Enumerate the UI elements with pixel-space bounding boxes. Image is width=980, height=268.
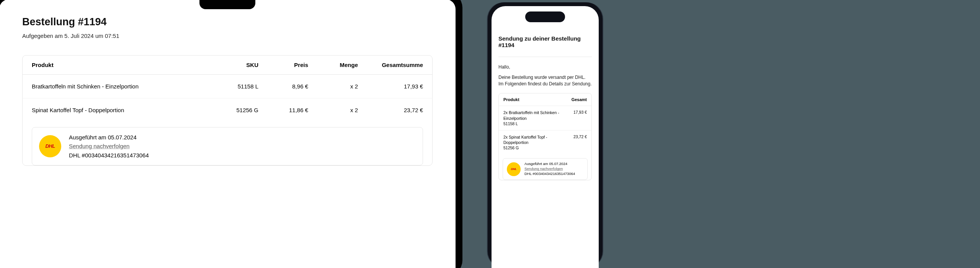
cell-menge: x 2: [308, 83, 358, 90]
phone-notch: [525, 11, 565, 22]
phone-col-gesamt: Gesamt: [572, 97, 587, 102]
phone-device-frame: Sendung zu deiner Bestellung #1194 Hallo…: [488, 2, 603, 268]
phone-line1: 2x Bratkartoffeln mit Schinken -: [503, 110, 559, 115]
shipment-box: DHL Ausgeführt am 05.07.2024 Sendung nac…: [32, 127, 423, 165]
phone-cell-total: 17,93 €: [573, 110, 587, 126]
shipment-number: DHL #00340434216351473064: [69, 151, 149, 160]
cell-gesamt: 23,72 €: [358, 107, 423, 113]
shipment-executed: Ausgeführt am 05.07.2024: [524, 162, 575, 167]
phone-email-title: Sendung zu deiner Bestellung #1194: [498, 35, 592, 48]
col-header-sku: SKU: [209, 62, 258, 68]
phone-shipment-details: Ausgeführt am 05.07.2024 Sendung nachver…: [524, 162, 575, 176]
phone-cell-total: 23,72 €: [573, 134, 587, 151]
shipment-number: DHL #00340434216351473064: [524, 172, 575, 176]
phone-line1: 2x Spinat Kartoffel Topf - Doppelportion: [503, 134, 570, 145]
table-row: Spinat Kartoffel Topf - Doppelportion 51…: [23, 98, 432, 122]
shipment-details: Ausgeführt am 05.07.2024 Sendung nachver…: [69, 133, 149, 160]
col-header-produkt: Produkt: [32, 62, 209, 68]
phone-body-text: Deine Bestellung wurde versandt per DHL.…: [498, 74, 592, 87]
cell-sku: 51158 L: [209, 83, 258, 90]
cell-sku: 51256 G: [209, 107, 258, 113]
cell-preis: 11,86 €: [258, 107, 308, 113]
track-shipment-link[interactable]: Sendung nachverfolgen: [524, 167, 563, 171]
track-shipment-link[interactable]: Sendung nachverfolgen: [69, 143, 129, 149]
dhl-logo-text: DHL: [45, 143, 55, 149]
phone-cell-produkt: 2x Spinat Kartoffel Topf - Doppelportion…: [503, 134, 570, 151]
phone-sku: 51256 G: [503, 145, 570, 150]
dhl-logo-icon: DHL: [39, 135, 61, 157]
dhl-logo-text: DHL: [511, 167, 517, 171]
tablet-device-frame: Bestellung #1194 Aufgegeben am 5. Juli 2…: [0, 0, 462, 268]
cell-preis: 8,96 €: [258, 83, 308, 90]
order-date: Aufgegeben am 5. Juli 2024 um 07:51: [22, 33, 433, 39]
col-header-menge: Menge: [308, 62, 358, 68]
tablet-screen: Bestellung #1194 Aufgegeben am 5. Juli 2…: [0, 0, 456, 268]
phone-col-produkt: Produkt: [503, 97, 519, 102]
phone-table-header: Produkt Gesamt: [499, 93, 591, 106]
phone-cell-produkt: 2x Bratkartoffeln mit Schinken - Einzelp…: [503, 110, 559, 126]
order-table-header: Produkt SKU Preis Menge Gesamtsumme: [23, 56, 432, 75]
table-row: 2x Spinat Kartoffel Topf - Doppelportion…: [499, 131, 591, 155]
phone-order-table: Produkt Gesamt 2x Bratkartoffeln mit Sch…: [498, 93, 592, 180]
cell-produkt: Bratkartoffeln mit Schinken - Einzelport…: [32, 83, 209, 90]
order-table: Produkt SKU Preis Menge Gesamtsumme Brat…: [22, 55, 433, 166]
cell-menge: x 2: [308, 107, 358, 113]
phone-divider: [498, 57, 592, 57]
shipment-executed: Ausgeführt am 05.07.2024: [69, 133, 149, 142]
phone-sku: 51158 L: [503, 121, 559, 126]
order-title: Bestellung #1194: [22, 16, 433, 28]
cell-gesamt: 17,93 €: [358, 83, 423, 90]
phone-line2: Einzelportion: [503, 116, 559, 121]
dhl-logo-icon: DHL: [507, 162, 521, 176]
table-row: 2x Bratkartoffeln mit Schinken - Einzelp…: [499, 106, 591, 131]
phone-screen: Sendung zu deiner Bestellung #1194 Hallo…: [492, 6, 599, 268]
col-header-gesamt: Gesamtsumme: [358, 62, 423, 68]
tablet-notch: [199, 0, 255, 9]
col-header-preis: Preis: [258, 62, 308, 68]
cell-produkt: Spinat Kartoffel Topf - Doppelportion: [32, 107, 209, 113]
table-row: Bratkartoffeln mit Schinken - Einzelport…: [23, 75, 432, 98]
phone-shipment-box: DHL Ausgeführt am 05.07.2024 Sendung nac…: [503, 158, 588, 180]
phone-greeting: Hallo,: [498, 64, 592, 70]
